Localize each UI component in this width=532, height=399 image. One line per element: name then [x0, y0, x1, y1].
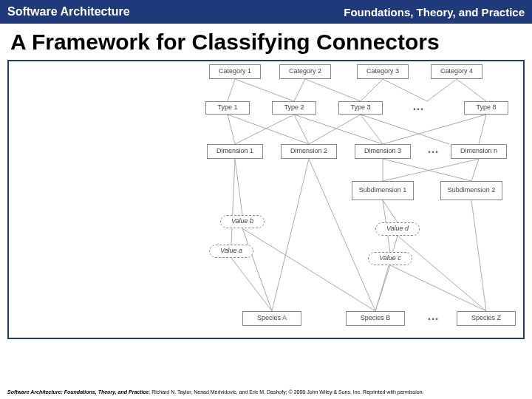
- svg-line-2: [294, 79, 305, 101]
- category-node: Category 3: [357, 64, 409, 79]
- footer-title: Software Architecture: Foundations, Theo…: [7, 389, 149, 395]
- footer-rest: ; Richard N. Taylor, Nenad Medvidovic, a…: [149, 389, 423, 395]
- slide-title: A Framework for Classifying Connectors: [0, 24, 532, 60]
- type-node: Type 1: [205, 101, 250, 115]
- svg-line-12: [294, 115, 383, 144]
- svg-line-16: [479, 115, 486, 144]
- classification-diagram: Category 1 Category 2 Category 3 Categor…: [191, 61, 523, 339]
- type-node: Type 2: [272, 101, 316, 115]
- svg-line-3: [305, 79, 361, 101]
- value-node: Value b: [220, 215, 265, 228]
- header-left: Software Architecture: [7, 5, 130, 18]
- ellipsis: …: [412, 100, 426, 113]
- svg-line-30: [375, 265, 390, 311]
- type-node: Type 8: [464, 101, 508, 115]
- value-node: Value d: [375, 222, 420, 236]
- svg-line-8: [228, 115, 235, 144]
- svg-line-1: [235, 79, 294, 101]
- svg-line-13: [309, 115, 361, 144]
- svg-line-14: [361, 115, 383, 144]
- category-node: Category 2: [279, 64, 331, 79]
- svg-line-5: [383, 79, 427, 101]
- svg-line-7: [457, 79, 486, 101]
- dimension-node: Dimension 3: [355, 144, 411, 159]
- svg-line-6: [427, 79, 457, 101]
- type-node: Type 3: [338, 101, 383, 115]
- subdimension-node: Subdimension 2: [440, 181, 502, 200]
- svg-line-0: [228, 79, 235, 101]
- ellipsis: …: [427, 310, 440, 323]
- header-right: Foundations, Theory, and Practice: [344, 6, 525, 18]
- svg-line-15: [361, 115, 449, 144]
- svg-line-33: [272, 159, 309, 311]
- svg-line-35: [471, 200, 486, 311]
- species-node: Species A: [242, 311, 301, 326]
- ellipsis: …: [427, 143, 440, 156]
- dimension-node: Dimension 2: [281, 144, 337, 159]
- species-node: Species Z: [457, 311, 516, 326]
- category-node: Category 1: [209, 64, 261, 79]
- svg-line-17: [383, 115, 486, 144]
- header-bar: Software Architecture Foundations, Theor…: [0, 0, 532, 24]
- svg-line-22: [235, 159, 242, 215]
- footer-citation: Software Architecture: Foundations, Theo…: [7, 389, 525, 395]
- dimension-node: Dimension n: [451, 144, 507, 159]
- svg-line-27: [231, 258, 272, 311]
- svg-line-31: [398, 236, 486, 311]
- dimension-node: Dimension 1: [207, 144, 263, 159]
- svg-line-26: [242, 228, 272, 311]
- content-frame: Category 1 Category 2 Category 3 Categor…: [7, 60, 525, 339]
- svg-line-23: [231, 159, 235, 245]
- svg-line-10: [235, 115, 294, 144]
- value-node: Value c: [368, 252, 412, 265]
- species-node: Species B: [346, 311, 405, 326]
- subdimension-node: Subdimension 1: [352, 181, 414, 200]
- svg-line-20: [471, 159, 479, 181]
- svg-line-4: [361, 79, 383, 101]
- category-node: Category 4: [431, 64, 482, 79]
- value-node: Value a: [209, 245, 253, 258]
- svg-line-24: [383, 200, 398, 222]
- svg-line-32: [390, 265, 486, 311]
